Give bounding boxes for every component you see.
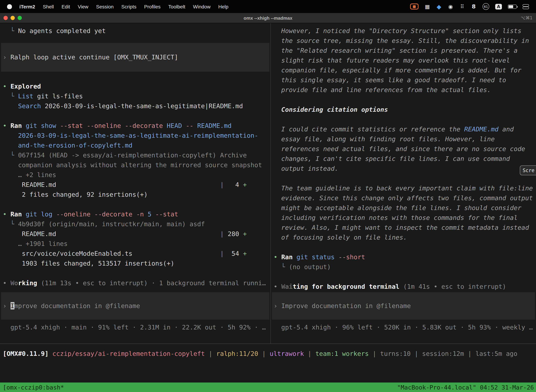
text-segment: Ran <box>281 253 293 261</box>
battery-icon[interactable] <box>508 5 517 9</box>
prompt-input-right[interactable]: › Improve documentation in @filename <box>272 292 535 320</box>
text-segment: (11m 13s • esc to interrupt) <box>41 279 148 287</box>
terminal-line: • Ran git status --short <box>271 252 536 262</box>
screen: iTerm2 ShellEditViewSessionScriptsProfil… <box>0 0 536 392</box>
tmux-panes: └ No agents completed yet› Ralph loop ac… <box>0 23 536 344</box>
text-segment: … +1901 lines <box>3 240 67 247</box>
menu-item-scripts[interactable]: Scripts <box>117 4 140 9</box>
terminal-line: the source tree, missing the essay. Stil… <box>271 36 536 46</box>
spacer <box>0 111 270 121</box>
text-segment: git ls-files <box>33 92 83 100</box>
pane-left-bottom: › Improve documentation in @filename gpt… <box>0 292 270 344</box>
text-segment: › <box>3 302 10 309</box>
menu-item-help[interactable]: Help <box>214 4 232 9</box>
text-segment: • <box>274 283 281 290</box>
text-segment: | <box>464 350 475 357</box>
text-segment: essay file, along with finding root file… <box>274 135 495 143</box>
text-segment: • <box>3 122 10 129</box>
text-segment: | <box>304 350 315 357</box>
menubar-left: iTerm2 ShellEditViewSessionScriptsProfil… <box>4 4 232 9</box>
text-segment: this single essay, it seems like a good … <box>274 76 506 84</box>
text-segment: | <box>132 250 224 257</box>
text-segment: List <box>18 92 34 100</box>
text-segment: Improve documentation in @filename <box>281 302 411 309</box>
menu-item-toolbelt[interactable]: Toolbelt <box>164 4 189 9</box>
window-titlebar[interactable]: omx --xhigh --madmax ⌥⌘1 <box>0 13 536 23</box>
screen-recording-indicator[interactable] <box>410 4 419 9</box>
text-segment: and <box>498 125 514 133</box>
text-segment: ting for background terminal <box>293 283 399 290</box>
text-segment: gpt-5.4 xhigh · main · 91% left · 2.31M … <box>3 323 266 331</box>
menubar-status-icons: ▦◆◉⠿861A <box>410 3 532 10</box>
text-segment: git log <box>26 210 53 218</box>
menu-item-shell[interactable]: Shell <box>39 4 58 9</box>
terminal-line: README.md | 280 + <box>0 229 270 239</box>
minimize-button[interactable] <box>10 16 15 20</box>
text-segment <box>335 253 339 261</box>
text-segment: output instead. <box>274 165 338 172</box>
terminal-line: • Waiting for background terminal (1m 41… <box>271 282 536 292</box>
text-segment: mprove documentation in @filename <box>14 302 140 309</box>
terminal-line: might be acceptable alongside the file l… <box>271 203 536 213</box>
text-segment: ralph:11/20 <box>216 350 258 357</box>
text-segment: No agents completed yet <box>18 27 106 34</box>
pane-right[interactable]: However, I noticed the "Directory Struct… <box>271 23 536 344</box>
zoom-button[interactable] <box>18 16 22 20</box>
prompt-input-left[interactable]: › Improve documentation in @filename <box>1 292 269 320</box>
app-icon-round[interactable]: ◉ <box>448 3 453 10</box>
terminal-line: including verification notes with those … <box>271 213 536 223</box>
terminal-line: essay file, along with finding root file… <box>271 134 536 144</box>
text-segment: README.md <box>3 181 56 188</box>
app-icon-8[interactable]: 8 <box>471 3 477 10</box>
apple-menu-icon[interactable] <box>7 4 12 9</box>
control-center-icon[interactable] <box>523 4 529 9</box>
ralph-loop-banner[interactable]: › Ralph loop active continue [OMX_TMUX_I… <box>1 43 269 72</box>
text-segment: references need actual files, and since … <box>274 145 525 152</box>
tmux-host-clock: "MacBook-Pro-44.local" 04:52 31-Mar-26 <box>397 384 536 391</box>
menu-item-edit[interactable]: Edit <box>58 4 74 9</box>
text-segment: Wai <box>281 283 293 290</box>
text-segment: src/voice/voiceModeEnabled.ts <box>3 250 132 257</box>
text-segment: | <box>205 350 216 357</box>
terminal-window: └ No agents completed yet› Ralph loop ac… <box>0 23 536 383</box>
text-segment: 4 <box>224 181 243 188</box>
menu-item-window[interactable]: Window <box>189 4 215 9</box>
text-segment: companion analysis without altering the … <box>3 161 262 169</box>
app-icon-blue[interactable]: ◆ <box>436 3 442 10</box>
window-shortcut-badge: ⌥⌘1 <box>521 15 536 20</box>
spacer <box>0 72 270 81</box>
text-segment <box>56 122 60 129</box>
spacer <box>0 36 270 43</box>
menu-item-view[interactable]: View <box>74 4 92 9</box>
menubar: iTerm2 ShellEditViewSessionScriptsProfil… <box>0 0 536 13</box>
spacer <box>271 95 536 105</box>
text-segment: README.md <box>464 125 498 133</box>
menu-item-profiles[interactable]: Profiles <box>140 4 164 9</box>
text-segment: Ralph loop active continue [OMX_TMUX_INJ… <box>10 53 178 61</box>
menu-item-session[interactable]: Session <box>92 4 117 9</box>
text-segment: README.md <box>3 230 56 238</box>
terminal-line: Search 2026-03-09-is-legal-the-same-as-l… <box>0 101 270 111</box>
close-button[interactable] <box>4 16 8 20</box>
text-segment: └ <box>3 27 18 34</box>
grid-icon[interactable]: ▦ <box>425 3 430 10</box>
input-source-icon[interactable]: A <box>495 4 502 9</box>
text-segment: HEAD <box>167 122 182 129</box>
terminal-line: references need actual files, and since … <box>271 144 536 154</box>
menu-app-name[interactable]: iTerm2 <box>15 4 39 9</box>
pane-left[interactable]: └ No agents completed yet› Ralph loop ac… <box>0 23 271 344</box>
screen-share-button[interactable]: Scre <box>520 165 536 175</box>
text-segment: slight risk that future readers may over… <box>274 56 510 64</box>
terminal-line: of focusing solely on file lines. <box>271 233 536 242</box>
dots-grid-icon[interactable]: ⠿ <box>459 3 465 10</box>
terminal-line: this single essay, it seems like a good … <box>271 75 536 85</box>
terminal-line: output instead. <box>271 164 536 173</box>
gauge-61-icon[interactable]: 61 <box>483 3 489 10</box>
pane-right-bottom: › Improve documentation in @filename gpt… <box>271 292 536 344</box>
spacer <box>271 242 536 252</box>
text-segment: companion file, especially if more comme… <box>274 66 522 74</box>
text-segment: I could cite commit statistics or refere… <box>274 125 464 133</box>
text-segment: I <box>10 302 14 309</box>
terminal-line: changes, I can't cite specific file line… <box>271 154 536 164</box>
text-segment: might be acceptable alongside the file l… <box>274 204 522 211</box>
